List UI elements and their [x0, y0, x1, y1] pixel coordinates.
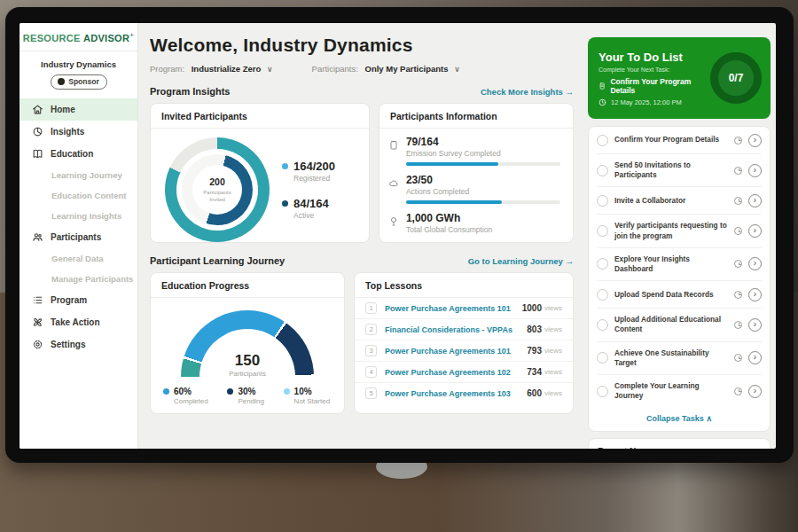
sidebar-item-home[interactable]: Home — [20, 98, 137, 121]
sidebar-item-program[interactable]: Program — [20, 289, 137, 311]
not-started-label: Not Started — [294, 397, 330, 405]
sidebar-item-general-data[interactable]: General Data — [20, 248, 137, 269]
program-filter-label: Program: — [150, 64, 184, 74]
todo-item[interactable]: Confirm Your Program Details › — [597, 127, 762, 154]
brand-logo: RESOURCE ADVISOR+ — [20, 31, 137, 43]
lesson-rank: 1 — [365, 302, 377, 314]
lesson-link[interactable]: Financial Considerations - VPPAs — [385, 325, 527, 334]
todo-item[interactable]: Complete Your Learning Journey › — [597, 375, 762, 407]
sidebar-item-manage-participants[interactable]: Manage Participants — [20, 269, 137, 289]
sidebar-item-insights[interactable]: Insights — [20, 121, 137, 143]
todo-checkbox[interactable] — [597, 386, 608, 397]
invited-participants-card: Invited Participants 200 ParticipantsInv… — [150, 103, 370, 243]
check-more-insights-link[interactable]: Check More Insights → — [481, 87, 574, 97]
sidebar-item-learning-insights[interactable]: Learning Insights — [20, 206, 137, 226]
participants-filter-value[interactable]: Only My Participants — [365, 64, 449, 74]
todo-checkbox[interactable] — [597, 165, 608, 176]
lesson-row: 4 Power Purchase Agreements 102 734 view… — [355, 362, 573, 383]
stat-global-consumption: 1,000 GWh Total Global Consumption — [388, 212, 560, 234]
todo-checkbox[interactable] — [597, 319, 608, 331]
go-to-learning-journey-link[interactable]: Go to Learning Journey → — [468, 256, 574, 266]
sidebar-item-label: Manage Participants — [51, 274, 133, 284]
legend-item-pending: 30% Pending — [227, 387, 263, 405]
progress-fill — [406, 200, 502, 204]
top-lessons-title: Top Lessons — [355, 273, 573, 298]
clock-icon — [734, 260, 742, 268]
sidebar-item-learning-journey[interactable]: Learning Journey — [20, 165, 137, 185]
sidebar-item-take-action[interactable]: Take Action — [20, 311, 137, 333]
chevron-down-icon[interactable]: ∨ — [267, 65, 273, 74]
chevron-right-button[interactable]: › — [748, 194, 762, 207]
actions-completed-value: 23/50 — [406, 174, 560, 186]
todo-checkbox[interactable] — [597, 195, 608, 207]
lesson-link[interactable]: Power Purchase Agreements 102 — [385, 368, 527, 377]
todo-item-label: Invite a Collaborator — [614, 196, 728, 206]
learning-cards-row: Education Progress 150 Participants — [150, 272, 574, 414]
insights-cards-row: Invited Participants 200 ParticipantsInv… — [150, 103, 574, 243]
sidebar-item-education[interactable]: Education — [20, 143, 137, 165]
todo-item[interactable]: Send 50 Invitations to Participants › — [597, 154, 762, 187]
program-insights-header: Program Insights Check More Insights → — [150, 86, 574, 97]
learning-journey-title: Participant Learning Journey — [150, 255, 285, 266]
sidebar-item-label: Home — [51, 105, 75, 114]
lesson-link[interactable]: Power Purchase Agreements 101 — [385, 304, 522, 313]
participants-information-card: Participants Information 79/164 Emission… — [379, 103, 574, 243]
chevron-right-button[interactable]: › — [748, 288, 762, 301]
completed-dot-icon — [163, 388, 169, 395]
legend-item-completed: 60% Completed — [163, 387, 208, 405]
todo-item[interactable]: Invite a Collaborator › — [597, 187, 762, 215]
education-progress-title: Education Progress — [151, 273, 344, 298]
home-icon — [32, 104, 43, 115]
chevron-right-button[interactable]: › — [748, 385, 762, 398]
collapse-tasks-link[interactable]: Collapse Tasks ∧ — [597, 407, 762, 431]
education-legend: 60% Completed 30% Pending 10% Not Starte… — [151, 378, 344, 405]
active-dot-icon — [282, 200, 288, 207]
todo-checkbox[interactable] — [597, 289, 608, 301]
clock-icon — [734, 167, 742, 175]
chevron-down-icon[interactable]: ∨ — [454, 65, 460, 74]
todo-checkbox[interactable] — [597, 352, 608, 364]
todo-item[interactable]: Upload Spend Data Records › — [597, 281, 762, 309]
todo-checkbox[interactable] — [597, 135, 608, 146]
todo-item[interactable]: Upload Additional Educational Content › — [597, 309, 762, 341]
sidebar-item-settings[interactable]: Settings — [20, 333, 137, 356]
lesson-row: 2 Financial Considerations - VPPAs 803 v… — [355, 319, 573, 340]
todo-item-label: Upload Spend Data Records — [614, 290, 728, 300]
registered-dot-icon — [282, 163, 288, 169]
sponsor-icon — [58, 78, 65, 85]
todo-item[interactable]: Verify participants requesting to join t… — [597, 215, 762, 247]
filter-bar: Program: Industrialize Zero ∨ Participan… — [150, 64, 574, 74]
registered-label: Registered — [293, 174, 335, 183]
todo-item-label: Explore Your Insights Dashboard — [614, 254, 728, 274]
registered-value: 164/200 — [293, 160, 335, 173]
lesson-views: 1000 — [522, 303, 542, 313]
sponsor-badge-label: Sponsor — [68, 77, 98, 86]
sidebar-item-label: General Data — [51, 254, 104, 263]
chevron-right-button[interactable]: › — [748, 318, 762, 332]
program-filter[interactable]: Program: Industrialize Zero ∨ — [150, 64, 273, 74]
sidebar-item-education-content[interactable]: Education Content — [20, 185, 137, 206]
participants-filter[interactable]: Participants: Only My Participants ∨ — [312, 64, 460, 74]
page-title: Welcome, Industry Dynamics — [150, 35, 574, 56]
emission-survey-label: Emission Survey Completed — [406, 149, 560, 158]
stat-emission-survey: 79/164 Emission Survey Completed — [388, 136, 560, 166]
sidebar-item-label: Program — [51, 295, 87, 305]
chevron-right-button[interactable]: › — [748, 164, 762, 177]
todo-checkbox[interactable] — [597, 258, 608, 270]
todo-item[interactable]: Achieve One Sustainability Target › — [597, 342, 762, 375]
lesson-link[interactable]: Power Purchase Agreements 103 — [385, 389, 527, 398]
lesson-link[interactable]: Power Purchase Agreements 101 — [385, 347, 527, 356]
program-filter-value[interactable]: Industrialize Zero — [192, 64, 262, 74]
chevron-right-button[interactable]: › — [748, 257, 762, 270]
sidebar-item-participants[interactable]: Participants — [20, 226, 137, 248]
chevron-right-button[interactable]: › — [748, 224, 762, 238]
chevron-right-button[interactable]: › — [748, 351, 762, 364]
program-insights-title: Program Insights — [150, 86, 230, 97]
todo-item-label: Upload Additional Educational Content — [614, 315, 728, 334]
chevron-right-button[interactable]: › — [748, 134, 762, 147]
completed-pct: 60% — [174, 387, 208, 396]
sidebar-item-label: Learning Journey — [51, 170, 122, 180]
todo-checkbox[interactable] — [597, 225, 608, 237]
todo-item[interactable]: Explore Your Insights Dashboard › — [597, 248, 762, 281]
gauge-center-label: Participants — [181, 370, 314, 378]
